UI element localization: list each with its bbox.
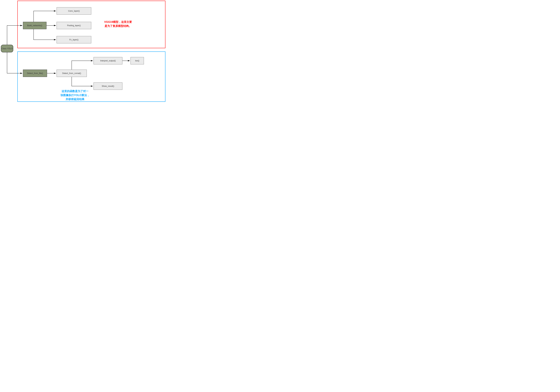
detect-from-cvmat-node: Detect_from_cvmat()	[57, 70, 87, 77]
fc-layer-label: Fc_layer()	[69, 38, 78, 41]
interpret-output-label: Interpret_output()	[100, 60, 116, 62]
conv-layer-label: Conv_layer()	[68, 10, 80, 12]
detect-from-file-node: Detect_from_file()	[23, 70, 47, 77]
red-annotation: VGG19模型，这里主要 是为了复原模型结构。	[104, 20, 132, 28]
blue-annotation-line1: 这里的函数是为了对一	[60, 89, 90, 93]
blue-annotation-line3: 并获得返回结果	[60, 97, 90, 101]
detect-from-cvmat-label: Detect_from_cvmat()	[62, 72, 81, 75]
conv-layer-node: Conv_layer()	[57, 7, 91, 15]
build-networks-label: Build_networks()	[27, 24, 42, 27]
build-networks-node: Build_networks()	[23, 22, 47, 29]
pooling-layer-label: Pooling_layer()	[67, 24, 81, 27]
fc-layer-node: Fc_layer()	[57, 36, 91, 43]
red-annotation-line2: 是为了复原模型结构。	[104, 24, 132, 28]
pooling-layer-node: Pooling_layer()	[57, 22, 91, 29]
show-result-label: Show_result()	[102, 85, 114, 87]
show-result-node: Show_result()	[93, 82, 122, 90]
blue-annotation-line2: 张图像执行YOLO算法，	[60, 93, 90, 97]
ion-node: Ion()	[130, 57, 144, 64]
red-annotation-line1: VGG19模型，这里主要	[104, 20, 132, 24]
ion-label: Ion()	[135, 60, 139, 62]
interpret-output-node: Interpret_output()	[93, 57, 122, 64]
root-node: Class YOLO	[1, 45, 13, 52]
root-label: Class YOLO	[1, 48, 13, 50]
blue-annotation: 这里的函数是为了对一 张图像执行YOLO算法， 并获得返回结果	[60, 89, 90, 101]
detect-from-file-label: Detect_from_file()	[27, 72, 43, 75]
